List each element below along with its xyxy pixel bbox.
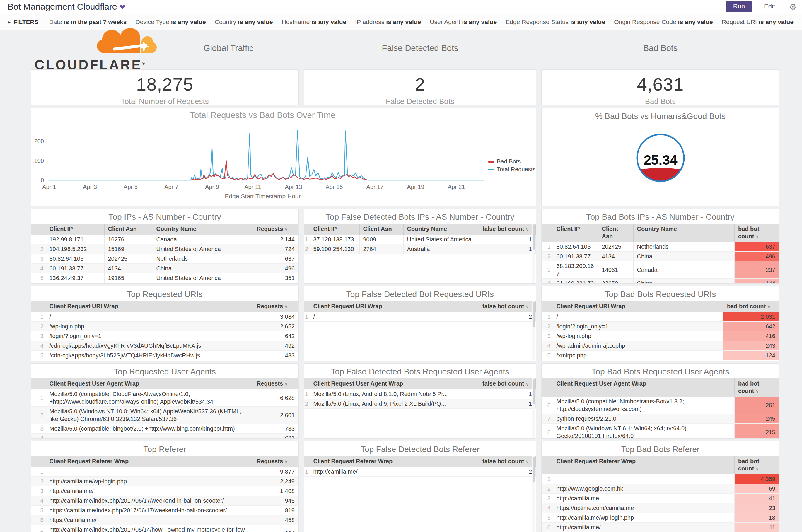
cell[interactable]: 60.191.38.77 xyxy=(46,264,104,273)
table-row[interactable]: 260.191.38.774134China496 xyxy=(541,252,779,261)
table-row[interactable]: 380.82.64.105202425Netherlands637 xyxy=(31,254,299,264)
cell[interactable]: http://camilia.me/ xyxy=(46,486,253,496)
table-row[interactable]: 4/wp-admin/admin-ajax.php243 xyxy=(541,341,779,351)
filter-item[interactable]: IP addressis any value xyxy=(355,18,421,25)
column-header[interactable]: Country Name xyxy=(633,224,734,242)
filter-item[interactable]: Dateis in the past 7 weeks xyxy=(49,18,127,25)
metric-value-cell[interactable]: 245 xyxy=(734,414,779,424)
table-row[interactable]: 3/wp-login.php416 xyxy=(541,331,779,341)
metric-column-header[interactable]: false bot count∨ xyxy=(479,456,536,467)
cell[interactable]: Mozilla/5.0 (compatible; Nimbostratus-Bo… xyxy=(553,397,734,414)
table-row[interactable]: 1/3,084 xyxy=(31,312,299,322)
metric-value-cell[interactable]: 69 xyxy=(734,484,779,494)
cell[interactable] xyxy=(46,434,253,439)
metric-value-cell[interactable]: 11 xyxy=(734,522,779,532)
table-row[interactable]: 1192.99.8.17116276Canada2,144 xyxy=(31,235,299,244)
metric-value-cell[interactable]: 215 xyxy=(734,424,779,439)
cell[interactable]: 80.82.64.105 xyxy=(553,242,598,252)
metric-value-cell[interactable]: 2 xyxy=(479,312,536,322)
metric-value-cell[interactable]: 2,601 xyxy=(253,406,299,424)
cell[interactable]: Mozilla/5.0 (Windows NT 10.0; Win64; x64… xyxy=(46,406,253,424)
legend-swatch[interactable] xyxy=(488,169,494,171)
filter-item[interactable]: Countryis any value xyxy=(215,18,273,25)
metric-value-cell[interactable]: 416 xyxy=(724,331,779,341)
table-row[interactable]: 4https://uptime.com/camilia.me23 xyxy=(541,503,779,513)
cell[interactable]: 15169 xyxy=(104,244,153,254)
legend-swatch[interactable] xyxy=(488,161,494,163)
cell[interactable]: 192.99.8.171 xyxy=(46,235,104,244)
cell[interactable]: 61.160.221.73 xyxy=(553,279,598,284)
table-scrollbar[interactable] xyxy=(532,456,535,532)
table-row[interactable]: 5https://camilia.me/index.php/2017/06/17… xyxy=(31,506,299,515)
filters-label[interactable]: FILTERS xyxy=(14,19,38,25)
cell[interactable]: 2764 xyxy=(359,244,403,254)
legend-label[interactable]: Total Requests xyxy=(497,166,535,173)
cell[interactable]: Mozilla/5.0 (Windows NT 6.1; Win64; x64;… xyxy=(553,424,734,439)
filter-item[interactable]: Origin Response Codeis any value xyxy=(614,18,713,25)
cell[interactable]: China xyxy=(633,279,734,284)
table-row[interactable]: 5/cdn-cgi/apps/body/3Lh52SjWTQ4HRlErJykH… xyxy=(31,351,299,360)
table-row[interactable]: 2http://www.google.com.hk69 xyxy=(541,484,779,494)
cell[interactable]: 4134 xyxy=(104,264,153,273)
cell[interactable]: 14061 xyxy=(598,261,633,279)
cell[interactable]: Mozilla/5.0 (Linux; Android 9; Pixel 2 X… xyxy=(310,399,479,408)
metric-value-cell[interactable]: 2 xyxy=(479,467,536,477)
run-button[interactable]: Run xyxy=(726,1,752,12)
gear-icon[interactable]: ⚙ xyxy=(789,2,797,12)
table-row[interactable]: 3/login/?login_only=1642 xyxy=(31,331,299,341)
cell[interactable]: http://www.google.com.hk xyxy=(553,484,734,494)
metric-value-cell[interactable]: 1,408 xyxy=(253,486,299,496)
cell[interactable]: 136.24.49.37 xyxy=(46,273,104,283)
cell[interactable] xyxy=(553,474,734,484)
cell[interactable]: https://camilia.me/ xyxy=(46,515,253,525)
cell[interactable]: United States of America xyxy=(153,273,253,283)
metric-value-cell[interactable]: 144 xyxy=(734,279,779,284)
filter-item[interactable]: Request URIis any value xyxy=(722,18,794,25)
metric-column-header[interactable]: Requests∨ xyxy=(253,301,299,312)
metric-value-cell[interactable]: 23 xyxy=(734,503,779,513)
metric-value-cell[interactable]: 637 xyxy=(253,254,299,264)
cell[interactable]: http://camilia.me xyxy=(553,494,734,503)
table-row[interactable]: 461.160.221.7323650China144 xyxy=(541,279,779,284)
filter-item[interactable]: Hostnameis any value xyxy=(282,18,346,25)
table-scrollbar[interactable] xyxy=(532,224,535,283)
metric-value-cell[interactable]: 284 xyxy=(253,525,299,532)
cell[interactable]: /cdn-cgi/apps/body/3Lh52SjWTQ4HRlErJykHq… xyxy=(46,351,253,360)
cell[interactable]: /wp-login.php xyxy=(46,322,253,331)
metric-value-cell[interactable]: 483 xyxy=(253,351,299,360)
table-row[interactable]: 19,877 xyxy=(31,467,299,477)
column-header[interactable]: Country Name xyxy=(153,224,253,235)
legend-label[interactable]: Bad Bots xyxy=(497,158,520,165)
metric-column-header[interactable]: false bot count∨ xyxy=(479,224,536,235)
metric-value-cell[interactable]: 124 xyxy=(724,351,779,360)
column-header[interactable]: Client Request User Agent Wrap xyxy=(46,378,253,390)
cell[interactable]: http://camilia.me/ xyxy=(310,467,479,477)
cell[interactable]: http://camilia.me/index.php/2017/06/17/w… xyxy=(46,496,253,506)
cell[interactable]: 59.100.254.130 xyxy=(310,244,359,254)
cell[interactable]: 60.191.38.77 xyxy=(553,252,598,261)
table-row[interactable]: 4/cdn-cgi/apps/head/xVgyKhR-vV3dAUGhMqfB… xyxy=(31,341,299,351)
metric-value-cell[interactable]: 458 xyxy=(253,515,299,525)
scrollbar-thumb[interactable] xyxy=(533,302,535,327)
table-row[interactable]: 2/login/?login_only=1642 xyxy=(541,322,779,331)
table-row[interactable]: 7python-requests/2.21.0245 xyxy=(541,414,779,424)
metric-column-header[interactable]: bad bot count∨ xyxy=(724,301,779,312)
scrollbar-thumb[interactable] xyxy=(533,379,535,404)
cell[interactable]: /wp-admin/admin-ajax.php xyxy=(553,341,724,351)
table-row[interactable]: 2104.198.5.23215169United States of Amer… xyxy=(31,244,299,254)
column-header[interactable]: Client IP xyxy=(46,224,104,235)
column-header[interactable]: Client Request User Agent Wrap xyxy=(310,378,479,390)
table-row[interactable]: 14,359 xyxy=(541,474,779,484)
filter-item[interactable]: User Agentis any value xyxy=(430,18,497,25)
table-row[interactable]: 2Mozilla/5.0 (Windows NT 10.0; Win64; x6… xyxy=(31,406,299,424)
cell[interactable]: / xyxy=(46,312,253,322)
table-row[interactable]: 180.82.64.105202425Netherlands637 xyxy=(541,242,779,252)
cell[interactable]: python-requests/2.21.0 xyxy=(553,414,734,424)
cell[interactable]: United States of America xyxy=(403,235,479,244)
table-row[interactable]: 3http://camilia.me41 xyxy=(541,494,779,503)
metric-value-cell[interactable]: 1 xyxy=(479,399,536,408)
cell[interactable]: 104.198.5.232 xyxy=(46,244,104,254)
cell[interactable]: 68.183.200.167 xyxy=(553,261,598,279)
cell[interactable]: http://camilia.me/ xyxy=(553,522,734,532)
column-header[interactable]: Client Request URI Wrap xyxy=(310,301,479,312)
